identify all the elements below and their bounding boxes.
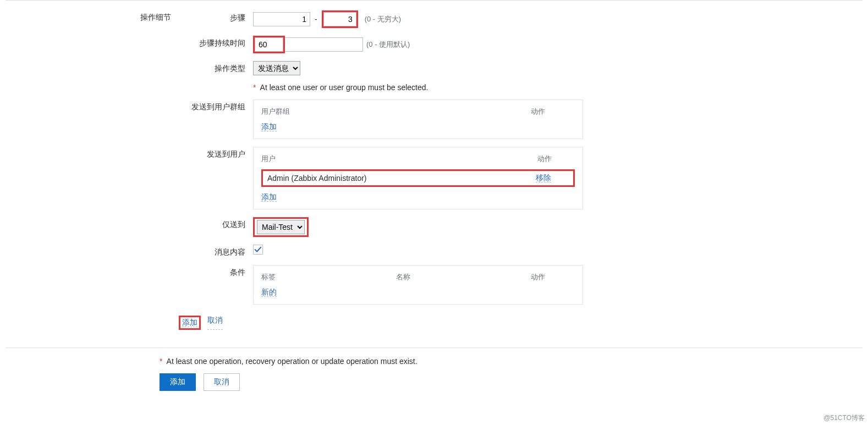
detail-add-highlight: 添加 [179,316,201,330]
steps-row: 步骤 - (0 - 无穷大) [179,10,862,28]
step-to-input[interactable] [323,12,356,26]
usergroups-header-name: 用户群组 [261,107,531,117]
step-from-input[interactable] [253,12,310,26]
usergroups-add-link[interactable]: 添加 [261,122,277,131]
cancel-button[interactable]: 取消 [204,373,240,391]
users-table: 用户 动作 Admin (Zabbix Administrator) 移除 添加 [253,147,583,209]
section-title: 操作细节 [6,10,179,23]
optype-label: 操作类型 [179,61,253,74]
optype-row: 操作类型 发送消息 [179,61,862,75]
duration-label: 步骤持续时间 [179,36,253,48]
user-remove-link[interactable]: 移除 [536,173,551,183]
footer-buttons: 添加 取消 [160,373,868,391]
sendto-row: 仅送到 Mail-Test [179,217,862,237]
footer-validation-text: At least one operation, recovery operati… [167,357,417,366]
usergroups-table: 用户群组 动作 添加 [253,100,583,139]
add-button[interactable]: 添加 [160,373,196,391]
conditions-row: 条件 标签 名称 动作 新的 [179,265,862,305]
msgcontent-row: 消息内容 [179,245,862,257]
users-label: 发送到用户 [179,147,253,159]
user-row-highlight: Admin (Zabbix Administrator) 移除 [261,169,575,187]
required-asterisk: * [253,83,256,92]
operation-detail-form: 操作细节 步骤 - (0 - 无穷大) 步骤持续时间 [6,0,862,348]
duration-hint: (0 - 使用默认) [366,40,410,49]
conditions-header-action: 动作 [531,272,575,282]
usergroups-row: 发送到用户群组 用户群组 动作 添加 [179,100,862,139]
conditions-header-tag: 标签 [261,272,396,282]
conditions-label: 条件 [179,265,253,278]
duration-highlight [253,36,285,53]
users-header-name: 用户 [261,154,537,164]
conditions-header-name: 名称 [396,272,531,282]
validation-row: * At least one user or user group must b… [179,83,862,92]
optype-select[interactable]: 发送消息 [253,61,300,75]
usergroups-header-action: 动作 [531,107,575,117]
duration-row: 步骤持续时间 (0 - 使用默认) [179,36,862,53]
conditions-table: 标签 名称 动作 新的 [253,265,583,305]
sendto-select[interactable]: Mail-Test [257,220,305,234]
sendto-highlight: Mail-Test [253,217,309,237]
detail-add-link[interactable]: 添加 [182,318,197,327]
detail-cancel-link[interactable]: 取消 [207,316,223,330]
check-icon [254,246,262,253]
conditions-new-link[interactable]: 新的 [261,288,277,297]
duration-input-suffix[interactable] [285,37,363,52]
users-header-action: 动作 [537,154,575,164]
msgcontent-checkbox[interactable] [253,245,263,255]
detail-actions-row: 添加 取消 [179,312,862,330]
footer-validation: * At least one operation, recovery opera… [160,357,868,366]
required-asterisk-footer: * [160,357,162,366]
user-row-name: Admin (Zabbix Administrator) [267,174,536,183]
steps-label: 步骤 [179,10,253,23]
sendto-label: 仅送到 [179,217,253,230]
step-to-highlight [322,10,358,28]
validation-user-msg: At least one user or user group must be … [260,83,428,92]
dash-separator: - [314,15,318,24]
usergroups-label: 发送到用户群组 [179,100,253,112]
users-row: 发送到用户 用户 动作 Admin (Zabbix Administrator)… [179,147,862,209]
msgcontent-label: 消息内容 [179,245,253,257]
duration-input-prefix[interactable] [255,37,283,52]
users-add-link[interactable]: 添加 [261,192,277,202]
steps-hint: (0 - 无穷大) [365,14,401,24]
